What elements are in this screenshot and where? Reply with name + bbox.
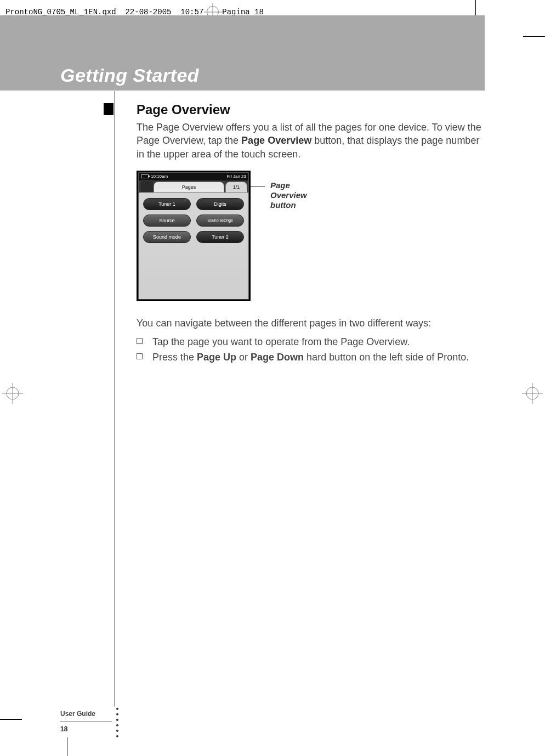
device-screen-body: Tuner 1 Digits Source Sound settings Sou… (139, 193, 248, 249)
intro-paragraph: The Page Overview offers you a list of a… (137, 121, 485, 161)
section-heading-row: Page Overview (118, 102, 485, 117)
square-bullet-icon (137, 353, 143, 359)
footer-page-number: 18 (60, 725, 112, 733)
bullet-text-1: Tap the page you want to operate from th… (152, 335, 410, 348)
chapter-title: Getting Started (60, 65, 199, 86)
intro-text-bold: Page Overview (241, 135, 311, 146)
margin-divider (115, 91, 115, 707)
device-tab-row: Pages 1/1 (139, 180, 248, 193)
content-column: Page Overview The Page Overview offers y… (118, 100, 485, 366)
device-inner: 10:10am Fri Jan 23 Pages 1/1 Tuner 1 Dig… (138, 172, 249, 300)
callout-line2: Overview (270, 190, 307, 200)
navigate-paragraph: You can navigate between the different p… (137, 317, 485, 330)
section-title: Page Overview (137, 102, 230, 117)
callout-leader-line (251, 186, 265, 187)
chapter-banner: Getting Started (0, 15, 485, 91)
device-menu-icon (140, 180, 154, 193)
status-time: 10:10am (151, 174, 168, 179)
footer-block: User Guide 18 (60, 710, 112, 733)
footer-label: User Guide (60, 710, 112, 719)
tab-pagenum: 1/1 (225, 182, 247, 193)
status-date: Fri Jan 23 (226, 174, 246, 179)
list-item: Press the Page Up or Page Down hard butt… (137, 351, 485, 364)
pill-source: Source (143, 215, 191, 227)
tab-pages: Pages (154, 182, 224, 193)
registration-mark-icon (0, 380, 26, 407)
status-left: 10:10am (141, 174, 168, 179)
crop-mark-icon (523, 36, 545, 37)
battery-icon (141, 174, 149, 178)
pill-sound-mode: Sound mode (143, 231, 191, 243)
figure-row: 10:10am Fri Jan 23 Pages 1/1 Tuner 1 Dig… (137, 171, 485, 301)
footer-divider (60, 721, 112, 722)
callout-line1: Page (270, 180, 290, 190)
callout-line3: button (270, 200, 296, 210)
pill-digits: Digits (196, 198, 244, 210)
list-item: Tap the page you want to operate from th… (137, 335, 485, 348)
device-status-bar: 10:10am Fri Jan 23 (139, 173, 248, 180)
registration-mark-icon (519, 380, 545, 407)
crop-mark-icon (0, 719, 22, 720)
device-screenshot: 10:10am Fri Jan 23 Pages 1/1 Tuner 1 Dig… (137, 171, 251, 301)
footer-dots-icon (116, 708, 118, 737)
pill-tuner2: Tuner 2 (196, 231, 244, 243)
bullet-list: Tap the page you want to operate from th… (137, 335, 485, 364)
page: ProntoNG_0705_ML_1EN.qxd 22-08-2005 10:5… (0, 0, 545, 756)
callout-label: Page Overview button (270, 180, 307, 210)
pill-tuner1: Tuner 1 (143, 198, 191, 210)
square-bullet-icon (137, 338, 143, 344)
bullet-text-2: Press the Page Up or Page Down hard butt… (152, 351, 469, 364)
crop-mark-icon (67, 737, 67, 756)
heading-bullet-icon (104, 103, 113, 115)
pill-sound-settings: Sound settings (196, 215, 244, 227)
